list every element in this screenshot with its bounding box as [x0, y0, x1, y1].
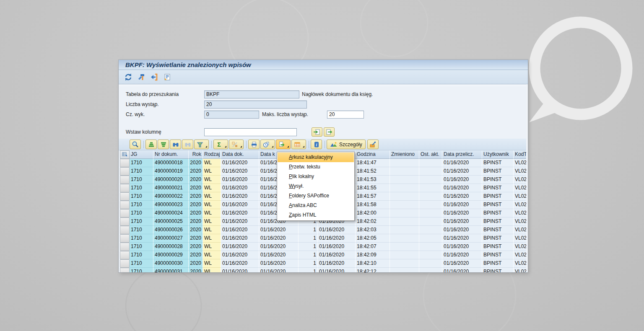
cell-rodzaj: WL	[203, 159, 221, 167]
cell-uzytkownik: BPINST	[482, 259, 514, 268]
sort-ascending-button[interactable]	[145, 140, 157, 149]
cell-hidden_num: 1	[299, 243, 318, 251]
refresh-button[interactable]	[123, 72, 134, 82]
filter-button[interactable]	[194, 140, 209, 149]
column-header-rok[interactable]: Rok	[189, 150, 203, 159]
cell-rodzaj: WL	[203, 209, 221, 217]
export-button[interactable]	[276, 140, 291, 149]
cell-ost_akt	[419, 167, 442, 176]
table-name-label: Tabela do przeszukania	[126, 91, 179, 98]
layout-button[interactable]	[291, 140, 306, 149]
menu-item-plik-lokalny[interactable]: Plik lokalny	[278, 172, 354, 181]
row-select-button[interactable]	[120, 234, 130, 243]
cell-data_dok: 01/16/2020	[221, 201, 259, 209]
cell-rok: 2020	[189, 201, 203, 209]
column-header-godzina[interactable]: Godzina	[356, 150, 390, 159]
max-hits-field[interactable]: 20	[327, 111, 364, 119]
cell-jg: 1710	[130, 184, 153, 192]
cell-godzina: 18:41:53	[356, 176, 390, 184]
cell-rok: 2020	[189, 184, 203, 192]
insert-column-label: Wstaw kolumnę	[126, 128, 161, 136]
row-select-button[interactable]	[120, 259, 130, 268]
insert-column-button[interactable]	[312, 127, 322, 137]
sort-descending-button[interactable]	[158, 140, 169, 149]
cell-hidden_date: 01/16/2020	[318, 259, 356, 268]
cell-hidden_date: 01/16/2020	[318, 226, 356, 234]
row-select-button[interactable]	[120, 226, 130, 234]
column-header-rodzaj[interactable]: Rodzaj	[203, 150, 221, 159]
cell-rodzaj: WL	[203, 243, 221, 251]
row-select-button[interactable]	[120, 243, 130, 251]
choose-details-button[interactable]	[130, 140, 141, 149]
table-name-field: BKPF	[204, 91, 299, 98]
row-select-button[interactable]	[120, 167, 130, 176]
cell-jg: 1710	[130, 226, 153, 234]
menu-item-zapis-html[interactable]: Zapis HTML	[278, 210, 354, 220]
cell-data_dok: 01/16/2020	[221, 192, 259, 201]
column-header-nr_dokum[interactable]: Nr dokum.	[153, 150, 189, 159]
cell-data_przelicz: 01/16/2020	[442, 217, 482, 226]
cell-data_przelicz: 01/16/2020	[442, 201, 482, 209]
row-select-button[interactable]	[120, 268, 130, 272]
column-header-zmieniono[interactable]: Zmieniono	[390, 150, 419, 159]
table-row: 171049000000272020WL01/16/202001/16/2020…	[120, 234, 528, 243]
column-header-data_przelicz[interactable]: Data przelicz.	[442, 150, 482, 159]
views-button[interactable]	[260, 140, 275, 149]
subtotal-button[interactable]	[229, 140, 244, 149]
apply-column-button[interactable]	[324, 127, 335, 137]
cell-uzytkownik: BPINST	[482, 268, 514, 272]
settings-icon	[137, 73, 145, 81]
pin-button[interactable]	[367, 140, 379, 149]
cell-zmieniono	[390, 251, 419, 259]
cell-nr_dokum: 4900000031	[153, 268, 189, 272]
menu-item-przetw-tekstu[interactable]: Przetw. tekstu	[278, 162, 354, 172]
cell-rok: 2020	[189, 234, 203, 243]
cell-kod: VL02	[514, 226, 528, 234]
find-button[interactable]	[170, 140, 181, 149]
list-button[interactable]	[162, 72, 173, 82]
cell-ost_akt	[419, 259, 442, 268]
cell-jg: 1710	[130, 176, 153, 184]
column-header-kod[interactable]: KodT	[514, 150, 528, 159]
sum-button[interactable]: Σ	[213, 140, 228, 149]
cell-nr_dokum: 4900000022	[153, 192, 189, 201]
row-select-button[interactable]	[120, 159, 130, 167]
menu-item-analiza-abc[interactable]: Analiza ABC	[278, 201, 354, 210]
print-button[interactable]	[248, 140, 260, 149]
column-header-ost_akt[interactable]: Ost. akt.	[419, 150, 442, 159]
row-select-button[interactable]	[120, 217, 130, 226]
cell-data_przelicz: 01/16/2020	[442, 268, 482, 272]
menu-item-arkusz-kalkulacyjny[interactable]: Arkusz kalkulacyjny	[278, 153, 354, 162]
cell-data_ksieg: 01/16/2020	[259, 243, 299, 251]
row-select-button[interactable]	[120, 184, 130, 192]
column-header-uzytkownik[interactable]: Użytkownik	[482, 150, 514, 159]
column-header-data_dok[interactable]: Data dok.	[221, 150, 259, 159]
row-select-button[interactable]	[120, 201, 130, 209]
cell-uzytkownik: BPINST	[482, 251, 514, 259]
back-icon	[150, 73, 158, 81]
window-title: BKPF: Wyświetlanie znalezionych wpisów	[125, 61, 251, 68]
select-all-header[interactable]	[120, 150, 130, 159]
row-select-button[interactable]	[120, 192, 130, 201]
cell-hidden_num: 1	[299, 259, 318, 268]
row-select-button[interactable]	[120, 209, 130, 217]
cell-nr_dokum: 4900000029	[153, 251, 189, 259]
row-select-button[interactable]	[120, 176, 130, 184]
find-next-button[interactable]	[182, 140, 193, 149]
sum-icon: Σ	[217, 142, 221, 147]
insert-column-input[interactable]	[204, 128, 297, 136]
details-button[interactable]: Szczegóły	[327, 140, 366, 149]
menu-item-wysy-[interactable]: Wysył.	[278, 181, 354, 191]
column-header-jg[interactable]: JG	[130, 150, 153, 159]
info-button[interactable]: i	[311, 140, 322, 149]
cell-godzina: 18:42:03	[356, 226, 390, 234]
settings-button[interactable]	[136, 72, 147, 82]
menu-item-foldery-sapoffice[interactable]: Foldery SAPoffice	[278, 191, 354, 201]
cell-kod: VL02	[514, 251, 528, 259]
cell-kod: VL02	[514, 184, 528, 192]
cell-kod: VL02	[514, 243, 528, 251]
back-button[interactable]	[149, 72, 160, 82]
row-select-button[interactable]	[120, 251, 130, 259]
cell-nr_dokum: 4900000024	[153, 209, 189, 217]
cell-ost_akt	[419, 201, 442, 209]
